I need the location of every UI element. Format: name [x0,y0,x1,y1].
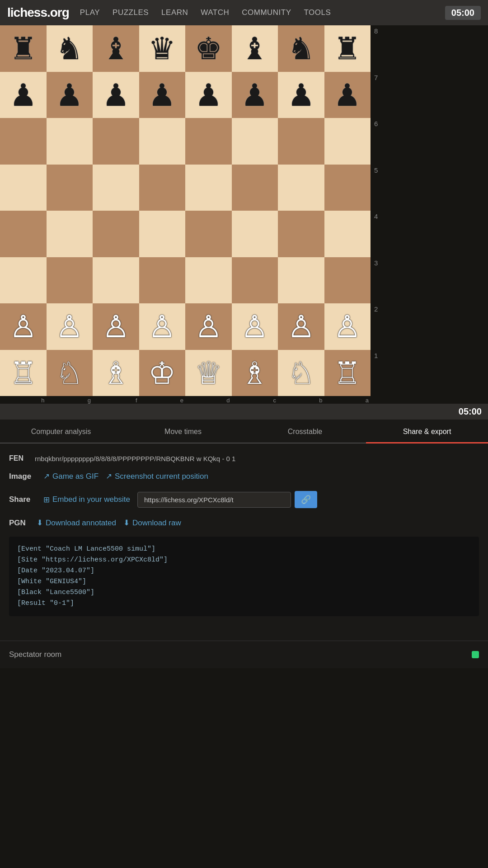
chess-piece[interactable]: ♗ [241,358,268,388]
nav-learn[interactable]: LEARN [161,8,188,17]
nav-watch[interactable]: WATCH [201,8,229,17]
board-square[interactable] [278,118,324,165]
board-square[interactable]: ♙ [278,303,324,350]
chess-piece[interactable]: ♖ [9,358,37,388]
board-square[interactable]: ♗ [232,350,278,396]
board-square[interactable] [47,118,93,165]
board-square[interactable] [93,165,139,211]
download-raw-button[interactable]: ⬇ Download raw [123,518,181,528]
board-square[interactable]: ♝ [232,25,278,72]
chess-piece[interactable]: ♚ [195,33,222,64]
board-square[interactable]: ♟ [278,72,324,118]
board-square[interactable] [324,165,371,211]
board-square[interactable] [47,165,93,211]
chess-piece[interactable]: ♟ [333,80,361,110]
board-square[interactable]: ♟ [47,72,93,118]
board-square[interactable]: ♟ [185,72,232,118]
board-square[interactable] [139,118,186,165]
board-square[interactable] [185,257,232,304]
chess-piece[interactable]: ♝ [241,33,268,64]
board-square[interactable] [278,165,324,211]
board-square[interactable]: ♖ [0,350,47,396]
board-square[interactable] [0,118,47,165]
chess-piece[interactable]: ♕ [195,358,222,388]
download-annotated-button[interactable]: ⬇ Download annotated [37,518,116,528]
board-square[interactable] [232,118,278,165]
chess-piece[interactable]: ♔ [148,358,176,388]
board-square[interactable]: ♘ [47,350,93,396]
embed-button[interactable]: ⊞ Embed in your website [43,495,130,505]
chess-piece[interactable]: ♛ [148,33,176,64]
pgn-text-content[interactable]: [Event "Coach LM Lance5500 simul"] [Site… [9,537,479,616]
screenshot-button[interactable]: ↗ Screenshot current position [106,472,208,481]
board-square[interactable] [139,257,186,304]
board-square[interactable]: ♙ [185,303,232,350]
chess-piece[interactable]: ♙ [241,311,268,342]
chess-piece[interactable]: ♘ [56,358,83,388]
chess-piece[interactable]: ♟ [9,80,37,110]
board-square[interactable]: ♜ [0,25,47,72]
chess-piece[interactable]: ♙ [195,311,222,342]
board-square[interactable] [185,165,232,211]
chess-piece[interactable]: ♜ [9,33,37,64]
share-url-input[interactable] [137,492,291,508]
board-square[interactable]: ♙ [139,303,186,350]
board-square[interactable]: ♚ [185,25,232,72]
board-square[interactable]: ♟ [93,72,139,118]
nav-community[interactable]: COMMUNITY [242,8,291,17]
chess-piece[interactable]: ♟ [195,80,222,110]
copy-link-button[interactable]: 🔗 [295,491,317,508]
board-square[interactable] [0,257,47,304]
board-square[interactable]: ♟ [324,72,371,118]
chess-board[interactable]: ♜♞♝♛♚♝♞♜♟♟♟♟♟♟♟♟♙♙♙♙♙♙♙♙♖♘♗♔♕♗♘♖ [0,25,371,396]
nav-play[interactable]: PLAY [80,8,100,17]
board-square[interactable]: ♙ [232,303,278,350]
chess-piece[interactable]: ♙ [148,311,176,342]
nav-tools[interactable]: TOOLS [304,8,331,17]
chess-piece[interactable]: ♖ [333,358,361,388]
board-square[interactable] [232,211,278,257]
board-square[interactable] [139,165,186,211]
board-square[interactable] [185,211,232,257]
chess-piece[interactable]: ♟ [56,80,83,110]
board-square[interactable]: ♔ [139,350,186,396]
board-square[interactable] [139,211,186,257]
board-square[interactable] [0,165,47,211]
chess-piece[interactable]: ♝ [102,33,130,64]
board-square[interactable] [47,211,93,257]
board-square[interactable] [278,257,324,304]
board-square[interactable]: ♙ [324,303,371,350]
chess-piece[interactable]: ♙ [102,311,130,342]
board-square[interactable]: ♙ [47,303,93,350]
chess-piece[interactable]: ♙ [9,311,37,342]
chess-piece[interactable]: ♗ [102,358,130,388]
board-square[interactable]: ♙ [0,303,47,350]
board-square[interactable] [93,118,139,165]
chess-piece[interactable]: ♟ [148,80,176,110]
tab-crosstable[interactable]: Crosstable [244,420,366,443]
chess-piece[interactable]: ♞ [287,33,315,64]
board-square[interactable] [324,211,371,257]
board-square[interactable]: ♟ [0,72,47,118]
board-square[interactable] [93,257,139,304]
board-square[interactable]: ♜ [324,25,371,72]
board-square[interactable] [93,211,139,257]
board-square[interactable] [0,211,47,257]
board-square[interactable] [232,257,278,304]
board-square[interactable]: ♖ [324,350,371,396]
tab-share-export[interactable]: Share & export [366,420,488,443]
chess-piece[interactable]: ♜ [333,33,361,64]
chess-piece[interactable]: ♟ [102,80,130,110]
board-square[interactable]: ♘ [278,350,324,396]
board-square[interactable]: ♞ [278,25,324,72]
chess-piece[interactable]: ♟ [287,80,315,110]
board-square[interactable]: ♙ [93,303,139,350]
board-square[interactable] [324,257,371,304]
board-square[interactable]: ♛ [139,25,186,72]
board-square[interactable]: ♞ [47,25,93,72]
chess-piece[interactable]: ♞ [56,33,83,64]
board-square[interactable]: ♗ [93,350,139,396]
chess-piece[interactable]: ♙ [56,311,83,342]
board-square[interactable]: ♕ [185,350,232,396]
board-square[interactable]: ♟ [232,72,278,118]
